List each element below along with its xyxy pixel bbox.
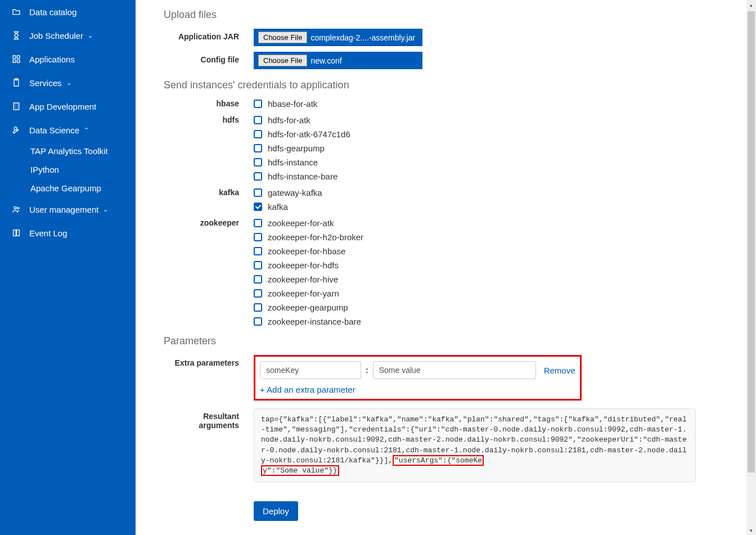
folder-icon	[11, 7, 21, 17]
grid-icon	[11, 54, 21, 64]
choose-file-button[interactable]: Choose File	[258, 32, 307, 43]
users-icon	[11, 204, 21, 214]
checkbox[interactable]	[254, 158, 262, 167]
cred-item-label: zookeeper-gearpump	[268, 303, 348, 312]
svg-point-14	[17, 207, 19, 209]
checkbox[interactable]	[254, 303, 262, 312]
checkbox[interactable]	[254, 261, 262, 269]
result-args-label: Resultant arguments	[164, 408, 254, 430]
sidebar-subitem-ipython[interactable]: IPython	[30, 160, 136, 179]
checkbox[interactable]	[254, 275, 262, 284]
sidebar-item-label: User management	[29, 205, 98, 214]
choose-file-button[interactable]: Choose File	[258, 55, 307, 66]
cred-item-label: gateway-kafka	[268, 188, 322, 197]
checkbox[interactable]	[254, 247, 262, 255]
cred-item-label: hdfs-instance	[268, 158, 318, 167]
checkbox[interactable]	[254, 116, 262, 124]
checkbox[interactable]	[254, 188, 262, 197]
cred-item-label: hdfs-for-atk-6747c1d6	[268, 129, 350, 139]
main-content: Upload files Application JAR Choose File…	[136, 0, 756, 535]
param-key-input[interactable]	[260, 361, 361, 379]
app-jar-filename: complexdag-2....-assembly.jar	[310, 33, 415, 42]
sidebar: Data catalogJob Scheduler⌄ApplicationsSe…	[0, 0, 136, 535]
checkbox[interactable]	[254, 233, 262, 241]
svg-rect-1	[17, 56, 20, 59]
param-value-input[interactable]	[373, 361, 536, 379]
sidebar-item-data-science[interactable]: Data Science⌃	[0, 118, 136, 142]
checkbox[interactable]	[254, 289, 262, 298]
remove-param-link[interactable]: Remove	[544, 366, 575, 375]
cred-item: zookeeper-for-yarn	[254, 289, 363, 298]
sidebar-item-label: App Development	[29, 102, 96, 111]
config-filename: new.conf	[310, 56, 341, 65]
sidebar-item-job-scheduler[interactable]: Job Scheduler⌄	[0, 24, 136, 47]
scroll-thumb[interactable]	[748, 11, 755, 473]
cred-item: zookeeper-instance-bare	[254, 317, 363, 326]
sidebar-item-services[interactable]: Services⌄	[0, 71, 136, 95]
book-icon	[11, 228, 21, 238]
checkbox[interactable]	[254, 317, 262, 326]
checkbox[interactable]	[254, 219, 262, 227]
hourglass-icon	[11, 30, 21, 41]
svg-rect-3	[17, 60, 20, 62]
result-highlight-2: y":"Some value"}}	[261, 465, 339, 476]
result-highlight-1: "usersArgs":{"someKe	[393, 455, 484, 466]
extra-params-box: : Remove + Add an extra parameter	[254, 355, 582, 401]
sidebar-item-label: Job Scheduler	[29, 31, 83, 41]
sidebar-item-event-log[interactable]: Event Log	[0, 221, 136, 245]
cred-item: gateway-kafka	[254, 188, 322, 197]
param-colon: :	[366, 366, 368, 375]
cred-item: hdfs-gearpump	[254, 143, 350, 153]
clipboard-icon	[11, 78, 21, 88]
cred-item: zookeeper-for-hdfs	[254, 260, 363, 270]
svg-point-13	[14, 206, 16, 209]
cred-item-label: hdfs-instance-bare	[268, 172, 338, 181]
sidebar-subitem-apache-gearpump[interactable]: Apache Gearpump	[30, 179, 136, 197]
cred-item: zookeeper-for-hbase	[254, 246, 363, 256]
sidebar-subitem-tap-analytics-toolkit[interactable]: TAP Analytics Toolkit	[30, 142, 136, 160]
deploy-button[interactable]: Deploy	[254, 501, 298, 521]
sidebar-item-label: Data Science	[29, 125, 79, 135]
checkbox[interactable]	[254, 203, 262, 211]
cred-item: hdfs-instance-bare	[254, 172, 350, 181]
sidebar-item-data-catalog[interactable]: Data catalog	[0, 0, 136, 24]
scroll-up-arrow[interactable]: ▴	[746, 0, 756, 10]
sidebar-item-label: Data catalog	[29, 7, 76, 17]
cred-list-hbase: hbase-for-atk	[254, 99, 317, 109]
wrench-icon	[11, 125, 21, 135]
credentials-title: Send instances' credentials to applicati…	[164, 79, 726, 91]
checkbox[interactable]	[254, 100, 262, 108]
sidebar-item-app-development[interactable]: App Development	[0, 95, 136, 118]
cred-item-label: zookeeper-for-h2o-broker	[268, 232, 363, 242]
vertical-scrollbar[interactable]: ▴ ▾	[746, 0, 756, 535]
add-param-link[interactable]: + Add an extra parameter	[260, 385, 356, 394]
cred-list-zookeeper: zookeeper-for-atkzookeeper-for-h2o-broke…	[254, 218, 363, 326]
checkbox[interactable]	[254, 144, 262, 152]
cred-item-label: zookeeper-for-hive	[268, 275, 338, 284]
cred-group-label-kafka: kafka	[164, 188, 254, 197]
chevron-up-icon: ⌃	[84, 127, 89, 134]
upload-files-title: Upload files	[164, 9, 726, 21]
cred-item-label: zookeeper-instance-bare	[268, 317, 361, 326]
app-jar-label: Application JAR	[164, 29, 254, 41]
parameters-title: Parameters	[164, 335, 726, 347]
sidebar-item-user-management[interactable]: User management⌄	[0, 197, 136, 221]
svg-rect-6	[14, 103, 19, 110]
cred-item-label: zookeeper-for-atk	[268, 218, 334, 228]
cred-item-label: zookeeper-for-yarn	[268, 289, 339, 298]
cred-group-label-hdfs: hdfs	[164, 115, 254, 124]
sidebar-item-label: Services	[29, 78, 62, 88]
config-file-picker[interactable]: Choose File new.conf	[254, 52, 422, 69]
sidebar-item-applications[interactable]: Applications	[0, 47, 136, 71]
scroll-down-arrow[interactable]: ▾	[746, 525, 756, 535]
cred-item: hdfs-instance	[254, 158, 350, 167]
cred-item: zookeeper-gearpump	[254, 303, 363, 312]
extra-params-label: Extra parameters	[164, 355, 254, 367]
result-args-box: tap={"kafka":[{"label":"kafka","name":"k…	[254, 408, 696, 482]
cred-group-label-zookeeper: zookeeper	[164, 218, 254, 227]
cred-item: kafka	[254, 202, 322, 212]
checkbox[interactable]	[254, 130, 262, 138]
app-jar-file-picker[interactable]: Choose File complexdag-2....-assembly.ja…	[254, 29, 422, 46]
cred-item: hdfs-for-atk	[254, 115, 350, 125]
checkbox[interactable]	[254, 172, 262, 181]
